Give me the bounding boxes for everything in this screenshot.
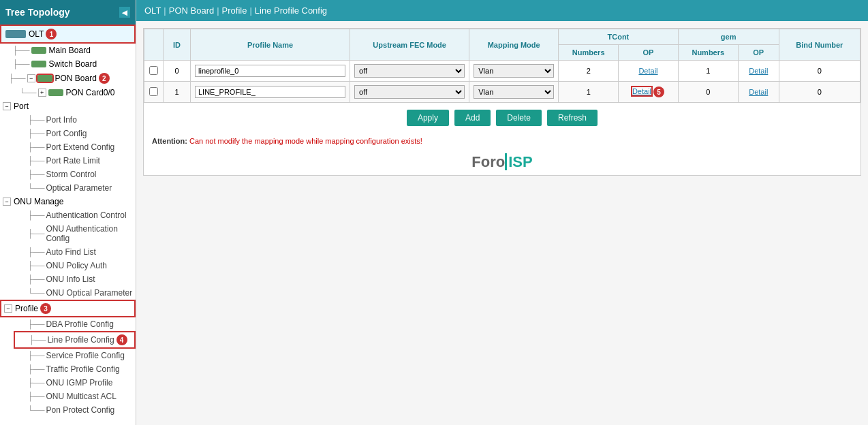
olt-badge: 1 (46, 29, 57, 40)
breadcrumb-sep: | (249, 5, 251, 16)
breadcrumb: OLT | PON Board | Profile | Line Profile… (136, 0, 868, 21)
onu-manage-items: ├──Authentication Control ├──ONU Authent… (0, 208, 136, 300)
th-gem-numbers: Numbers (678, 45, 738, 61)
row-fec-mode-0[interactable]: offon (354, 64, 465, 78)
row-mapping-mode-0[interactable]: VlanGEMTLS (474, 64, 554, 78)
row-profile-name-0[interactable] (195, 65, 345, 77)
row-profile-name-1[interactable] (195, 86, 345, 98)
apply-button[interactable]: Apply (407, 110, 449, 126)
th-gem: gem (678, 29, 779, 45)
pon-card-label: PON Card0/0 (66, 88, 115, 97)
main-board-label: Main Board (49, 46, 91, 55)
detail-badge: 5 (653, 86, 664, 97)
bc-pon-board: PON Board (169, 5, 214, 16)
main-board-icon (31, 47, 46, 54)
nav-port-config[interactable]: ├──Port Config (14, 127, 136, 140)
bc-line-profile-config: Line Profile Config (255, 5, 327, 16)
nav-onu-auth-config[interactable]: ├──ONU Authentication Config (14, 222, 136, 245)
port-items: ├──Port Info ├──Port Config ├──Port Exte… (0, 113, 136, 195)
row-bind-number-1: 0 (779, 82, 860, 103)
attention-bar: Attention: Can not modify the mapping mo… (144, 133, 861, 149)
th-profile-name: Profile Name (191, 29, 350, 61)
pon-card-toggle[interactable]: + (38, 89, 46, 97)
bc-profile: Profile (222, 5, 247, 16)
attention-label: Attention: (152, 137, 187, 145)
pon-board-item[interactable]: ├── − PON Board 2 (0, 71, 136, 86)
onu-manage-header[interactable]: − ONU Manage (0, 195, 136, 208)
nav-storm-control[interactable]: ├──Storm Control (14, 168, 136, 181)
nav-onu-optical-parameter[interactable]: └──ONU Optical Parameter (14, 286, 136, 300)
delete-button[interactable]: Delete (496, 110, 542, 126)
nav-pon-protect-config[interactable]: └──Pon Protect Config (14, 403, 136, 417)
content-area: ID Profile Name Upstream FEC Mode Mappin… (136, 21, 868, 425)
row-checkbox-1[interactable] (149, 87, 158, 96)
row-tcont-numbers-0: 2 (559, 61, 619, 82)
th-tcont: TCont (559, 29, 679, 45)
profile-toggle[interactable]: − (4, 304, 12, 313)
nav-onu-policy-auth[interactable]: ├──ONU Policy Auth (14, 259, 136, 272)
port-group-header[interactable]: − Port (0, 99, 136, 113)
main-board-item[interactable]: ├── Main Board (0, 44, 136, 57)
nav-port-extend-config[interactable]: ├──Port Extend Config (14, 140, 136, 154)
nav-onu-info-list[interactable]: ├──ONU Info List (14, 272, 136, 286)
pon-card-icon (48, 89, 63, 96)
th-mapping-mode: Mapping Mode (469, 29, 559, 61)
row-tcont-op-1[interactable]: Detail (632, 87, 651, 95)
nav-port-rate-limit[interactable]: ├──Port Rate Limit (14, 154, 136, 168)
refresh-button[interactable]: Refresh (547, 110, 598, 126)
row-gem-op-1[interactable]: Detail (749, 88, 768, 96)
olt-label: OLT (29, 29, 44, 39)
row-gem-numbers-0: 1 (678, 61, 738, 82)
nav-auto-find-list[interactable]: ├──Auto Find List (14, 245, 136, 259)
row-tcont-op-0[interactable]: Detail (638, 67, 657, 75)
pon-board-badge: 2 (99, 73, 110, 84)
row-checkbox-0[interactable] (149, 66, 158, 75)
nav-port-info[interactable]: ├──Port Info (14, 113, 136, 127)
switch-board-item[interactable]: ├── Switch Board (0, 57, 136, 71)
breadcrumb-sep: | (217, 5, 219, 16)
row-fec-mode-1[interactable]: offon (354, 85, 465, 99)
row-bind-number-0: 0 (779, 61, 860, 82)
add-button[interactable]: Add (454, 110, 491, 126)
data-table: ID Profile Name Upstream FEC Mode Mappin… (144, 29, 861, 103)
sidebar-header[interactable]: Tree Topology ◀ (0, 0, 136, 25)
pon-board-toggle[interactable]: − (27, 74, 35, 82)
watermark-isp: ISP (505, 153, 532, 170)
profile-label: Profile (15, 304, 38, 313)
nav-auth-control[interactable]: ├──Authentication Control (14, 208, 136, 222)
nav-onu-multicast-acl[interactable]: ├──ONU Multicast ACL (14, 390, 136, 403)
tree-topology-label: Tree Topology (5, 7, 70, 18)
profile-items: ├──DBA Profile Config ├──Line Profile Co… (0, 317, 136, 417)
olt-item[interactable]: OLT 1 (0, 25, 136, 44)
profile-group-header[interactable]: − Profile 3 (0, 300, 136, 317)
pon-board-label: PON Board (55, 74, 97, 83)
row-gem-op-0[interactable]: Detail (749, 67, 768, 75)
breadcrumb-sep: | (164, 5, 166, 16)
nav-dba-profile-config[interactable]: ├──DBA Profile Config (14, 317, 136, 331)
collapse-button[interactable]: ◀ (119, 7, 130, 18)
table-row: 1offonVlanGEMTLS1Detail50Detail0 (144, 82, 861, 103)
pon-board-icon (37, 75, 52, 82)
nav-service-profile-config[interactable]: ├──Service Profile Config (14, 349, 136, 362)
bc-olt: OLT (144, 5, 161, 16)
nav-line-profile-config[interactable]: ├──Line Profile Config4 (14, 331, 136, 349)
pon-card-item[interactable]: └── + PON Card0/0 (0, 86, 136, 99)
attention-message: Can not modify the mapping mode while ma… (189, 137, 422, 145)
nav-optical-parameter[interactable]: └──Optical Parameter (14, 181, 136, 195)
row-id-0: 0 (164, 61, 191, 82)
th-upstream-fec-mode: Upstream FEC Mode (350, 29, 469, 61)
onu-manage-label: ONU Manage (14, 197, 63, 206)
table-row: 0offonVlanGEMTLS2Detail1Detail0 (144, 61, 861, 82)
port-toggle[interactable]: − (3, 102, 11, 110)
nav-traffic-profile-config[interactable]: ├──Traffic Profile Config (14, 362, 136, 376)
sidebar-title: Tree Topology (5, 7, 70, 18)
th-checkbox (144, 29, 164, 61)
row-id-1: 1 (164, 82, 191, 103)
nav-onu-igmp-profile[interactable]: ├──ONU IGMP Profile (14, 376, 136, 390)
onu-manage-toggle[interactable]: − (3, 198, 11, 206)
table-container: ID Profile Name Upstream FEC Mode Mappin… (143, 28, 861, 176)
th-id: ID (164, 29, 191, 61)
switch-board-label: Switch Board (49, 59, 97, 69)
watermark: ForoISP (144, 149, 861, 175)
row-mapping-mode-1[interactable]: VlanGEMTLS (474, 85, 554, 99)
